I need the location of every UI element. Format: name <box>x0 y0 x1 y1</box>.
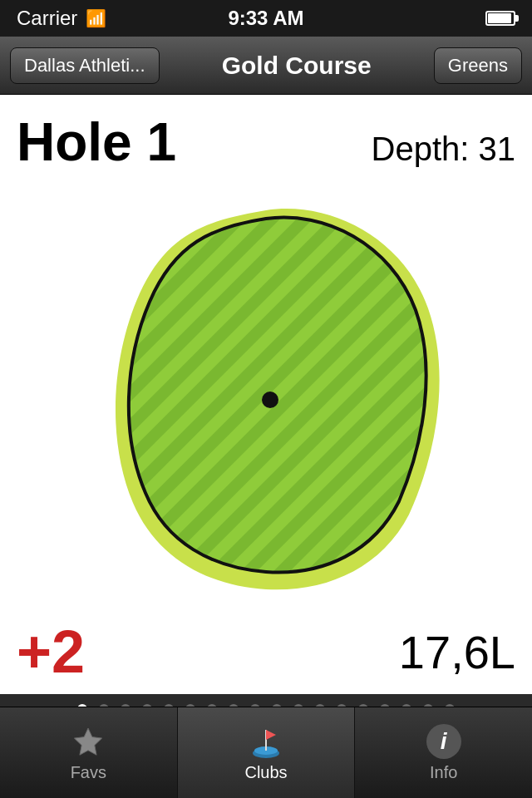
green-container[interactable] <box>17 177 515 609</box>
wifi-icon: 📶 <box>86 8 106 28</box>
svg-marker-6 <box>266 730 276 740</box>
tab-info-label: Info <box>430 763 457 782</box>
green-svg <box>91 194 441 593</box>
depth-info: Depth: 31 <box>372 131 515 168</box>
tab-bar: Favs Clubs i Info <box>0 707 532 798</box>
back-button[interactable]: Dallas Athleti... <box>10 47 160 84</box>
score-display: +2 <box>17 618 85 686</box>
hole-title: Hole 1 <box>17 111 176 173</box>
info-icon: i <box>426 723 462 760</box>
status-right <box>485 11 515 26</box>
main-content: Hole 1 Depth: 31 <box>0 95 532 609</box>
hole-marker <box>262 392 278 408</box>
star-icon <box>70 723 106 760</box>
status-bar: Carrier 📶 9:33 AM <box>0 0 532 37</box>
time-label: 9:33 AM <box>228 7 303 30</box>
tab-clubs-label: Clubs <box>244 763 287 782</box>
depth-label-text: Depth: <box>372 131 470 167</box>
tab-clubs[interactable]: Clubs <box>178 707 356 798</box>
greens-button[interactable]: Greens <box>434 47 522 84</box>
tab-favs[interactable]: Favs <box>0 707 178 798</box>
nav-title: Gold Course <box>160 52 434 80</box>
tab-favs-label: Favs <box>71 763 106 782</box>
carrier-label: Carrier <box>17 7 77 30</box>
distance-display: 17,6L <box>399 625 515 679</box>
status-left: Carrier 📶 <box>17 7 106 30</box>
tab-info[interactable]: i Info <box>355 707 532 798</box>
nav-bar: Dallas Athleti... Gold Course Greens <box>0 37 532 95</box>
depth-value: 31 <box>479 131 516 167</box>
hole-header: Hole 1 Depth: 31 <box>17 103 515 177</box>
bottom-stats: +2 17,6L <box>0 609 532 694</box>
svg-marker-2 <box>75 728 102 755</box>
clubs-icon <box>248 723 284 760</box>
battery-icon <box>485 11 515 26</box>
